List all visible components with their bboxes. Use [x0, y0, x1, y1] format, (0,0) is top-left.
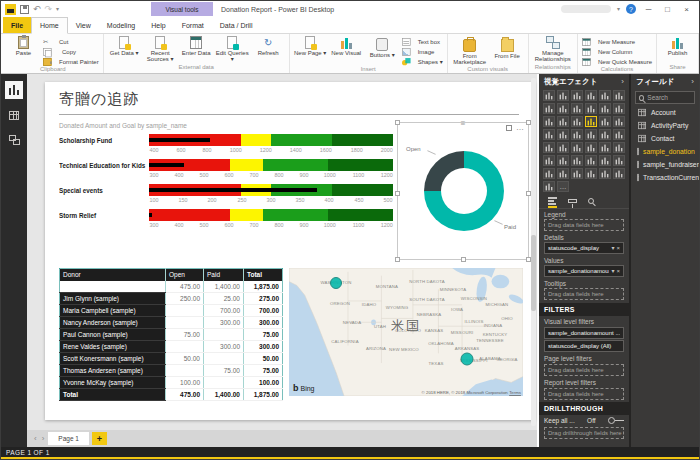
viz-type-stacked-area-icon[interactable]: [571, 103, 583, 114]
viz-type-clustered-column-icon[interactable]: [585, 90, 597, 101]
shapes-button[interactable]: Shapes ▾: [402, 57, 443, 66]
from-file-button[interactable]: From File: [491, 35, 524, 59]
bing-logo[interactable]: bBing: [293, 383, 315, 393]
add-page-button[interactable]: +: [92, 432, 107, 445]
pill-remove-icon[interactable]: ×: [616, 268, 620, 274]
account-name-blurred[interactable]: [561, 5, 611, 13]
viz-type-kpi-icon[interactable]: [543, 142, 555, 153]
viz-type-funnel-icon[interactable]: [571, 129, 583, 140]
table-row[interactable]: Yvonne McKay (sample)100.00100.00: [60, 377, 283, 389]
viz-tab-analytics[interactable]: [588, 196, 594, 208]
viz-type-custom-visual-12-icon[interactable]: [613, 168, 625, 179]
ribbon-tab-modeling[interactable]: Modeling: [99, 17, 143, 33]
table-row[interactable]: Paul Cannon (sample)75.0075.00: [60, 329, 283, 341]
viz-type-custom-visual-9-icon[interactable]: [571, 168, 583, 179]
bullet-row-special-events[interactable]: Special events10015020025030035040045050…: [59, 184, 393, 203]
focus-mode-icon[interactable]: [506, 125, 512, 131]
field-table-activityparty[interactable]: ActivityParty: [631, 119, 699, 132]
viz-type-line-clustered-column-icon[interactable]: [585, 103, 597, 114]
edit-queries-button[interactable]: Edit Queries ▾: [216, 35, 249, 63]
paste-button[interactable]: Paste: [7, 35, 40, 56]
viz-type-100-stacked-bar-icon[interactable]: [599, 90, 611, 101]
pill-dropdown-icon[interactable]: ▾: [611, 268, 614, 274]
viz-type-treemap-icon[interactable]: [599, 116, 611, 127]
minimize-button[interactable]: ─: [642, 5, 655, 14]
viz-type-custom-visual-10-icon[interactable]: [585, 168, 597, 179]
viz-type-custom-visual-6-icon[interactable]: [613, 155, 625, 166]
viz-type-custom-visual-1-icon[interactable]: [543, 155, 555, 166]
refresh-button[interactable]: ↻Refresh: [252, 35, 285, 56]
quick-access-caret-icon[interactable]: ▾: [56, 4, 59, 14]
close-button[interactable]: ×: [680, 5, 693, 14]
viz-type-area-icon[interactable]: [557, 103, 569, 114]
viz-tab-format[interactable]: [568, 196, 577, 208]
manage-relationships-button[interactable]: Manage Relationships: [533, 35, 573, 63]
bullet-row-technical-education-for-kids[interactable]: Technical Education for Kids300400500600…: [59, 159, 393, 178]
viz-type-ribbon-icon[interactable]: [613, 103, 625, 114]
viz-type-card-icon[interactable]: [613, 129, 625, 140]
viz-type-imported-visual-icon[interactable]: [543, 181, 555, 192]
viz-type-donut-icon[interactable]: [585, 116, 597, 127]
viz-type-multi-row-card-icon[interactable]: [599, 129, 611, 140]
field-pill-statuscode-display[interactable]: statuscode_display▾×: [544, 242, 624, 254]
undo-icon[interactable]: ↶: [33, 4, 41, 14]
viz-type-table-icon[interactable]: [571, 142, 583, 153]
viz-type-arcgis-map-icon[interactable]: [613, 142, 625, 153]
viz-type-pie-icon[interactable]: [571, 116, 583, 127]
viz-type-slicer-icon[interactable]: [557, 142, 569, 153]
next-page-icon[interactable]: ›: [41, 434, 46, 443]
map-terms-link[interactable]: Terms: [509, 391, 521, 395]
viz-type-stacked-column-icon[interactable]: [557, 90, 569, 101]
bullet-chart-visual[interactable]: Donated Amount and Goal by sample_name S…: [59, 122, 393, 262]
report-view-button[interactable]: [5, 81, 23, 99]
field-table-transactioncurrency[interactable]: TransactionCurrency: [631, 171, 699, 184]
account-caret-icon[interactable]: ▾: [617, 4, 620, 14]
field-table-contact[interactable]: Contact: [631, 132, 699, 145]
recent-sources-button[interactable]: Recent Sources ▾: [144, 35, 177, 63]
keep-all-filters-toggle[interactable]: [608, 417, 624, 424]
redo-icon[interactable]: ↷: [45, 4, 53, 14]
ribbon-tab-help[interactable]: Help: [143, 17, 173, 33]
text-box-button[interactable]: Text box: [402, 37, 443, 46]
cut-button[interactable]: ✂Cut: [43, 37, 99, 46]
viz-type-more-options-icon[interactable]: …: [557, 181, 569, 192]
enter-data-button[interactable]: Enter Data: [180, 35, 213, 56]
copy-button[interactable]: Copy: [43, 47, 99, 56]
ribbon-tab-view[interactable]: View: [68, 17, 99, 33]
viz-type-gauge-icon[interactable]: [585, 129, 597, 140]
get-data-button[interactable]: Get Data ▾: [108, 35, 141, 56]
viz-type-custom-visual-5-icon[interactable]: [599, 155, 611, 166]
more-options-icon[interactable]: …: [516, 126, 524, 130]
column-header-open[interactable]: Open: [166, 269, 204, 281]
viz-type-clustered-bar-icon[interactable]: [571, 90, 583, 101]
viz-type-scatter-icon[interactable]: [557, 116, 569, 127]
donut-chart-visual[interactable]: ≡ … OpenPaid: [397, 122, 529, 260]
map-data-bubble[interactable]: [460, 352, 473, 365]
viz-type-matrix-icon[interactable]: [585, 142, 597, 153]
viz-type-map-icon[interactable]: [613, 116, 625, 127]
field-table-sample-fundraiser[interactable]: sample_fundraiser: [631, 158, 699, 171]
drag-grip-icon[interactable]: ≡: [461, 121, 466, 127]
field-pill-sample-donationamount[interactable]: sample_donationamount▾×: [544, 265, 624, 277]
table-row[interactable]: Rene Valdes (sample)300.00300.00: [60, 341, 283, 353]
maximize-button[interactable]: □: [661, 5, 674, 14]
field-search-box[interactable]: [635, 91, 695, 104]
viz-type-waterfall-icon[interactable]: [543, 116, 555, 127]
buttons-button[interactable]: Buttons ▾: [366, 35, 399, 58]
new-quick-measure-button[interactable]: New Quick Measure: [582, 57, 652, 66]
viz-type-custom-visual-8-icon[interactable]: [557, 168, 569, 179]
table-row[interactable]: Nancy Anderson (sample)300.00300.00: [60, 317, 283, 329]
collapse-panel-icon[interactable]: ›: [621, 77, 624, 86]
report-page[interactable]: 寄贈の追跡 Donated Amount and Goal by sample_…: [45, 82, 535, 420]
viz-type-filled-map-icon[interactable]: [543, 129, 555, 140]
selection-handle[interactable]: [395, 191, 400, 196]
selection-handle[interactable]: [395, 257, 400, 262]
table-row[interactable]: Jim Glynn (sample)250.0025.00275.00: [60, 293, 283, 305]
ribbon-tab-home[interactable]: Home: [31, 17, 68, 34]
new-page-button[interactable]: New Page ▾: [294, 35, 327, 56]
viz-type-shape-map-icon[interactable]: [557, 129, 569, 140]
viz-type-custom-visual-2-icon[interactable]: [557, 155, 569, 166]
new-measure-button[interactable]: New Measure: [582, 37, 652, 46]
viz-type-custom-visual-11-icon[interactable]: [599, 168, 611, 179]
pill-dropdown-icon[interactable]: ▾: [611, 245, 614, 251]
